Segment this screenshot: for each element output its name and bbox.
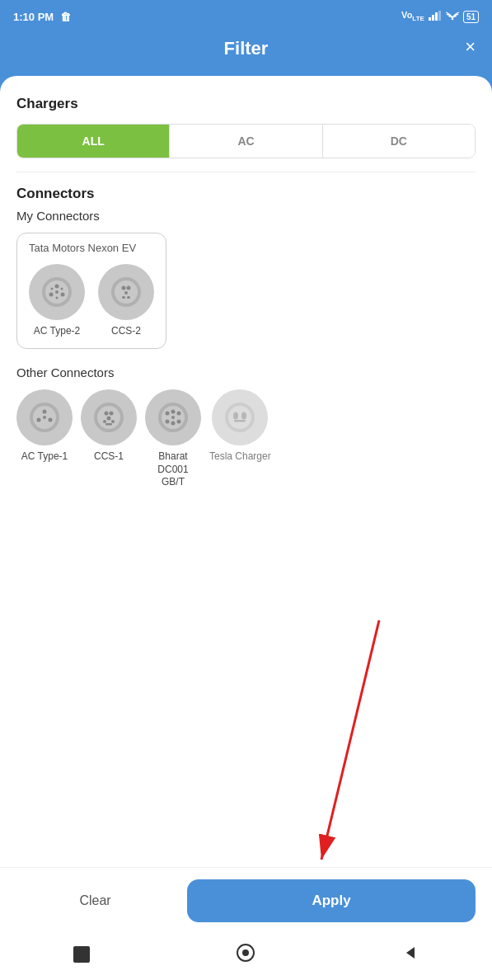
nav-square-icon[interactable] [73, 946, 90, 963]
connectors-section: Connectors My Connectors Tata Motors Nex… [16, 186, 476, 489]
trash-icon: 🗑 [60, 11, 71, 23]
clear-button[interactable]: Clear [16, 880, 174, 921]
status-left: 1:10 PM 🗑 [13, 11, 71, 23]
connector-item-ccs2[interactable]: CCS-2 [98, 264, 154, 337]
svg-rect-20 [127, 296, 130, 299]
tesla-label: Tesla Charger [209, 450, 271, 462]
svg-point-46 [233, 412, 238, 420]
svg-point-13 [56, 297, 59, 299]
svg-point-30 [110, 412, 114, 416]
filter-header: Filter × [0, 30, 492, 76]
svg-point-26 [43, 416, 46, 419]
tab-all[interactable]: ALL [17, 125, 170, 158]
svg-point-9 [61, 293, 65, 297]
close-button[interactable]: × [465, 38, 476, 56]
svg-point-45 [228, 406, 251, 429]
svg-point-23 [43, 410, 47, 414]
ac-type1-icon [26, 399, 63, 436]
signal-bars-icon [429, 11, 442, 23]
wifi-icon [446, 11, 459, 23]
header-title: Filter [224, 38, 269, 59]
svg-point-47 [241, 412, 246, 420]
svg-rect-1 [432, 15, 434, 21]
svg-point-25 [49, 418, 53, 422]
svg-rect-2 [435, 12, 438, 21]
connector-item-bharat[interactable]: Bharat DC001 GB/T [145, 389, 201, 489]
svg-rect-3 [438, 11, 441, 21]
svg-point-43 [171, 416, 175, 419]
my-connectors-card: Tata Motors Nexon EV [16, 233, 166, 349]
ccs2-icon [108, 274, 144, 310]
divider-1 [16, 172, 476, 172]
svg-point-40 [166, 420, 170, 424]
tab-ac[interactable]: AC [170, 125, 322, 158]
status-bar: 1:10 PM 🗑 VoLTE 51 [0, 0, 492, 30]
other-connectors-label: Other Connectors [16, 365, 476, 379]
svg-point-52 [242, 949, 249, 956]
svg-point-10 [55, 290, 59, 294]
ccs1-icon [91, 399, 127, 436]
nav-home-icon[interactable] [236, 943, 255, 966]
main-content: Chargers ALL AC DC Connectors My Connect… [0, 76, 492, 980]
svg-rect-48 [234, 420, 246, 422]
connector-card-title: Tata Motors Nexon EV [29, 242, 154, 254]
bharat-icon [155, 399, 191, 436]
apply-button[interactable]: Apply [187, 879, 476, 922]
chargers-section: Chargers ALL AC DC [16, 96, 476, 158]
bharat-label: Bharat DC001 GB/T [145, 450, 201, 489]
ac-type2-label: AC Type-2 [34, 325, 80, 337]
svg-point-7 [55, 285, 59, 289]
ccs1-label: CCS-1 [94, 450, 124, 462]
svg-point-37 [166, 412, 170, 416]
scroll-area: Chargers ALL AC DC Connectors My Connect… [0, 76, 492, 867]
connector-circle-bharat [145, 389, 201, 445]
svg-point-39 [171, 410, 176, 414]
my-connector-icons-row: AC Type-2 [29, 264, 154, 337]
time-display: 1:10 PM [13, 11, 54, 23]
svg-point-29 [105, 412, 109, 416]
tesla-icon [222, 399, 258, 436]
ac-type1-label: AC Type-1 [21, 450, 68, 462]
ac-type2-icon [39, 274, 75, 310]
svg-rect-0 [429, 17, 431, 21]
connector-circle-ccs2 [98, 264, 154, 320]
svg-point-42 [171, 422, 176, 426]
status-right: VoLTE 51 [401, 10, 479, 22]
nav-back-icon[interactable] [402, 945, 419, 964]
lte-icon: VoLTE [401, 10, 424, 22]
connector-circle-ccs1 [81, 389, 137, 445]
connector-item-ac-type2[interactable]: AC Type-2 [29, 264, 85, 337]
svg-point-33 [111, 420, 115, 423]
svg-marker-53 [406, 947, 415, 959]
svg-point-32 [103, 420, 106, 423]
connector-item-ccs1[interactable]: CCS-1 [81, 389, 137, 489]
svg-rect-34 [105, 423, 112, 426]
charger-tabs: ALL AC DC [16, 124, 476, 158]
connector-item-ac-type1[interactable]: AC Type-1 [16, 389, 73, 489]
battery-icon: 51 [463, 11, 479, 23]
tab-dc[interactable]: DC [323, 125, 475, 158]
connector-circle-ac-type2 [29, 264, 85, 320]
ccs2-label: CCS-2 [111, 325, 141, 337]
svg-point-4 [452, 17, 453, 19]
connector-circle-tesla [212, 389, 268, 445]
svg-point-31 [107, 417, 111, 421]
nav-bar [0, 934, 492, 980]
svg-point-41 [177, 420, 181, 424]
svg-point-8 [49, 293, 54, 297]
svg-point-17 [127, 286, 131, 290]
connector-circle-ac-type1 [16, 389, 73, 445]
svg-point-12 [61, 288, 63, 290]
bottom-bar: Clear Apply [0, 867, 492, 934]
svg-point-24 [37, 418, 41, 422]
svg-point-38 [177, 412, 181, 416]
svg-point-18 [124, 291, 128, 294]
connector-item-tesla[interactable]: Tesla Charger [209, 389, 271, 489]
my-connectors-label: My Connectors [16, 209, 476, 223]
other-connector-row: AC Type-1 [16, 389, 476, 489]
connectors-section-title: Connectors [16, 186, 476, 202]
svg-point-16 [122, 286, 126, 290]
chargers-section-title: Chargers [16, 96, 476, 112]
svg-point-11 [51, 288, 54, 290]
svg-rect-19 [122, 296, 125, 299]
